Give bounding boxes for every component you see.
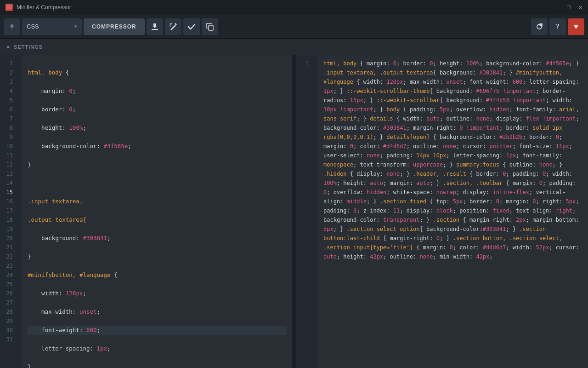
clean-button[interactable] xyxy=(165,18,181,35)
line-num-14: 14 xyxy=(0,178,17,188)
code-line-9: .output textarea{ xyxy=(28,215,287,224)
line-num-12: 12 xyxy=(0,160,17,169)
code-line-8: .input textarea, xyxy=(28,197,287,206)
window-controls[interactable]: — ☐ ✕ xyxy=(554,5,582,11)
titlebar-left: Minifier & Compressor xyxy=(6,4,71,11)
code-line-6: } xyxy=(28,160,287,169)
titlebar: Minifier & Compressor — ☐ ✕ xyxy=(0,0,588,15)
line-numbers-left: 1 2 3 4 5 6 7 8 9 10 11 12 13 14 15 16 1… xyxy=(0,55,22,368)
copy-icon xyxy=(206,23,214,31)
wand-icon xyxy=(169,23,177,31)
right-code-content[interactable]: html, body { margin: 0; border: 0; heigh… xyxy=(318,55,588,368)
app-icon xyxy=(6,4,13,11)
line-num-7: 7 xyxy=(0,114,17,123)
line-num-17: 17 xyxy=(0,206,17,215)
language-dropdown[interactable]: CSS ▾ xyxy=(22,18,82,35)
line-num-25: 25 xyxy=(0,280,17,289)
toolbar: + CSS ▾ COMPRESSOR xyxy=(0,15,588,39)
svg-rect-2 xyxy=(6,8,12,9)
minimize-button[interactable]: — xyxy=(554,5,559,11)
line-num-28: 28 xyxy=(0,307,17,316)
svg-rect-1 xyxy=(6,7,12,8)
code-line-12: #minifybutton, #language { xyxy=(28,270,287,280)
download-icon xyxy=(151,23,159,31)
line-num-20: 20 xyxy=(0,234,17,243)
download-button[interactable] xyxy=(147,18,163,35)
code-line-3: border: 0; xyxy=(28,105,287,114)
language-label: CSS xyxy=(27,23,39,30)
line-num-16: 16 xyxy=(0,197,17,206)
line-num-23: 23 xyxy=(0,261,17,270)
line-num-11: 11 xyxy=(0,151,17,160)
code-line-4: height: 100%; xyxy=(28,123,287,132)
add-button[interactable]: + xyxy=(4,18,20,35)
line-num-4: 4 xyxy=(0,86,17,96)
close-button[interactable]: ✕ xyxy=(578,5,582,11)
line-num-22: 22 xyxy=(0,252,17,261)
heart-icon: ♥ xyxy=(574,23,578,31)
code-line-2: margin: 0; xyxy=(28,86,287,96)
settings-label: SETTINGS xyxy=(14,44,43,50)
left-panel[interactable]: 1 2 3 4 5 6 7 8 9 10 11 12 13 14 15 16 1… xyxy=(0,55,292,368)
line-num-15: 15 xyxy=(0,188,17,197)
main-content: 1 2 3 4 5 6 7 8 9 10 11 12 13 14 15 16 1… xyxy=(0,55,588,368)
line-num-3: 3 xyxy=(0,77,17,86)
line-num-26: 26 xyxy=(0,289,17,298)
line-num-6: 6 xyxy=(0,105,17,114)
line-num-8: 8 xyxy=(0,123,17,132)
app-title: Minifier & Compressor xyxy=(17,4,71,11)
code-line-5: background-color: #4f565e; xyxy=(28,142,287,151)
code-line-17: } xyxy=(28,362,287,368)
dropdown-arrow: ▾ xyxy=(74,23,77,29)
code-line-1: html, body { xyxy=(28,68,287,77)
favorite-button[interactable]: ♥ xyxy=(568,18,584,35)
line-num-9: 9 xyxy=(0,132,17,142)
left-code-container: 1 2 3 4 5 6 7 8 9 10 11 12 13 14 15 16 1… xyxy=(0,55,292,368)
line-num-18: 18 xyxy=(0,215,17,224)
line-num-21: 21 xyxy=(0,243,17,252)
code-line-7 xyxy=(28,178,287,188)
code-line-13: width: 120px; xyxy=(28,289,287,298)
code-line-16: letter-spacing: 1px; xyxy=(28,344,287,353)
check-button[interactable] xyxy=(183,18,200,35)
left-code-content[interactable]: html, body { margin: 0; border: 0; heigh… xyxy=(22,55,292,368)
settings-bar[interactable]: ▶ SETTINGS xyxy=(0,39,588,55)
checkmark-icon xyxy=(187,23,196,31)
line-num-10: 10 xyxy=(0,142,17,151)
line-num-24: 24 xyxy=(0,270,17,280)
line-num-1: 1 xyxy=(0,59,17,68)
code-line-14: max-width: unset; xyxy=(28,307,287,316)
compressor-button[interactable]: COMPRESSOR xyxy=(84,18,145,35)
line-num-30: 30 xyxy=(0,326,17,335)
line-num-2: 2 xyxy=(0,68,17,77)
right-code-container: 1 html, body { margin: 0; border: 0; hei… xyxy=(296,55,588,368)
line-num-19: 19 xyxy=(0,224,17,234)
toolbar-right: ? ♥ xyxy=(531,18,584,35)
svg-rect-3 xyxy=(209,25,213,30)
settings-triangle: ▶ xyxy=(7,44,10,49)
line-num-29: 29 xyxy=(0,316,17,326)
code-line-11: } xyxy=(28,252,287,261)
refresh-button[interactable] xyxy=(531,18,548,35)
copy-button[interactable] xyxy=(202,18,218,35)
line-numbers-right: 1 xyxy=(296,55,318,368)
question-mark-icon: ? xyxy=(556,23,560,30)
right-panel[interactable]: 1 html, body { margin: 0; border: 0; hei… xyxy=(294,55,588,368)
line-num-5: 5 xyxy=(0,96,17,105)
line-num-13: 13 xyxy=(0,169,17,178)
line-num-27: 27 xyxy=(0,298,17,307)
line-num-31: 31 xyxy=(0,335,17,344)
maximize-button[interactable]: ☐ xyxy=(566,5,571,11)
svg-rect-0 xyxy=(6,6,12,6)
code-line-15: font-weight: 600; xyxy=(28,326,287,335)
code-line-10: background: #303841; xyxy=(28,234,287,243)
help-button[interactable]: ? xyxy=(549,18,566,35)
refresh-icon xyxy=(535,23,543,31)
